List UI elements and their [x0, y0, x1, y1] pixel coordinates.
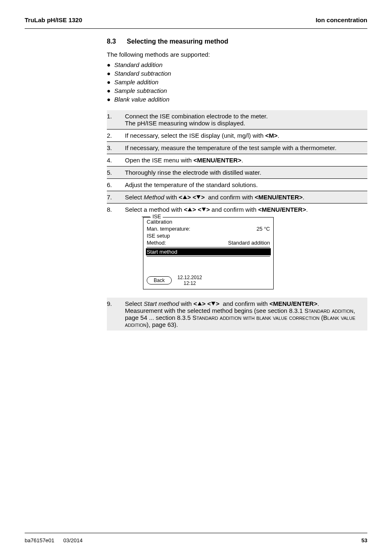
step-body: Thoroughly rinse the electrode with dist…	[125, 169, 367, 176]
main-content: 8.3 Selecting the measuring method The f…	[107, 38, 367, 331]
text: and confirm with	[221, 300, 270, 307]
step-number: 7.	[107, 194, 125, 201]
step-3: 3. If necessary, measure the temperature…	[107, 142, 367, 154]
label-method: Method	[144, 194, 164, 201]
key-down: <>	[198, 206, 210, 213]
ref: Standard addition	[304, 307, 353, 314]
ise-divider	[147, 247, 270, 247]
section-intro: The following methods are supported:	[107, 51, 367, 58]
ise-man-temp: Man. temperature:25 °C	[147, 225, 270, 232]
triangle-down-icon	[202, 208, 206, 211]
step-4: 4. Open the ISE menu with <MENU/ENTER>.	[107, 154, 367, 166]
key-m: <M>	[265, 132, 278, 139]
methods-list: Standard addition Standard subtraction S…	[107, 61, 367, 103]
key-menu-enter: <MENU/ENTER>	[194, 157, 242, 164]
ise-panel: ISE Calibration Man. temperature:25 °C I…	[143, 217, 274, 289]
list-item: Standard addition	[107, 61, 367, 68]
page-footer: ba76157e01 03/2014 53	[25, 533, 367, 543]
key-down: <>	[207, 300, 219, 307]
list-item: Standard subtraction	[107, 70, 367, 77]
text: .	[303, 194, 304, 201]
step-body: Select Method with <> <> and confirm wit…	[125, 194, 367, 201]
step-line: Connect the ISE combination electrode to…	[125, 113, 367, 120]
step-number: 6.	[107, 181, 125, 188]
list-item: Blank value addition	[107, 96, 367, 103]
text: .	[241, 157, 243, 164]
step-number: 8.	[107, 206, 125, 295]
doc-date: 03/2014	[63, 537, 83, 543]
step-9: 9. Select Start method with <> <> and co…	[107, 298, 367, 331]
text: ), page 63).	[147, 321, 178, 328]
datetime: 12.12.2012 12:12	[178, 275, 202, 287]
ise-calibration: Calibration	[147, 218, 270, 225]
text: Measurement with the selected method beg…	[125, 307, 304, 314]
list-item: Sample subtraction	[107, 87, 367, 94]
step-body: Select Start method with <> <> and confi…	[125, 300, 367, 328]
triangle-up-icon	[183, 195, 187, 199]
step-number: 9.	[107, 300, 125, 328]
legend-lead-line	[142, 217, 150, 217]
step-2: 2. If necessary, select the ISE display …	[107, 130, 367, 142]
text: (	[319, 314, 323, 321]
key-up: <>	[179, 194, 193, 201]
step-6: 6. Adjust the temperature of the standar…	[107, 179, 367, 191]
step-8: 8. Select a method with <> <> and confir…	[107, 204, 367, 298]
step-body: If necessary, measure the temperature of…	[125, 144, 367, 151]
triangle-up-icon	[188, 208, 192, 211]
ise-method: Method:Standard addition	[147, 239, 270, 246]
key-menu-enter: <MENU/ENTER>	[270, 300, 318, 307]
ise-footer: Back 12.12.2012 12:12	[147, 275, 270, 287]
step-body: If necessary, select the ISE display (un…	[125, 132, 367, 139]
key-up: <>	[194, 300, 208, 307]
step-number: 2.	[107, 132, 125, 139]
step-body: Adjust the temperature of the standard s…	[125, 181, 367, 188]
text: .	[306, 206, 308, 213]
back-button: Back	[147, 276, 172, 284]
legend-text: ISE	[152, 213, 161, 220]
section-heading: Selecting the measuring method	[127, 38, 228, 45]
list-item: Sample addition	[107, 79, 367, 86]
header-left: TruLab pH/ISE 1320	[25, 16, 82, 23]
ise-divider	[147, 256, 270, 257]
step-5: 5. Thoroughly rinse the electrode with d…	[107, 166, 367, 179]
key-up: <>	[184, 206, 198, 213]
doc-id: ba76157e01	[25, 537, 54, 543]
step-body: Connect the ISE combination electrode to…	[125, 113, 367, 127]
step-body: Open the ISE menu with <MENU/ENTER>.	[125, 157, 367, 164]
text: .	[278, 132, 279, 139]
step-number: 5.	[107, 169, 125, 176]
date: 12.12.2012	[178, 275, 202, 280]
step-7: 7. Select Method with <> <> and confirm …	[107, 191, 367, 204]
key-menu-enter: <MENU/ENTER>	[258, 206, 306, 213]
key-down: <>	[193, 194, 205, 201]
text: Select	[125, 300, 144, 307]
footer-left: ba76157e01 03/2014	[25, 537, 83, 543]
key-menu-enter: <MENU/ENTER>	[255, 194, 303, 201]
ise-start-method: Start method	[146, 248, 271, 255]
text: with	[164, 194, 179, 201]
header-right: Ion concentration	[316, 16, 367, 23]
text: Select	[125, 194, 144, 201]
step-line: The pH/ISE measuring window is displayed…	[125, 120, 367, 127]
step-body: Select a method with <> <> and confirm w…	[125, 206, 367, 295]
device-display: ISE Calibration Man. temperature:25 °C I…	[143, 217, 367, 289]
text: with	[179, 300, 194, 307]
step-number: 3.	[107, 144, 125, 151]
step-number: 4.	[107, 157, 125, 164]
triangle-down-icon	[196, 195, 201, 199]
text: If necessary, select the ISE display (un…	[125, 132, 265, 139]
page-header: TruLab pH/ISE 1320 Ion concentration	[25, 16, 367, 29]
step-number: 1.	[107, 113, 125, 127]
label-start-method: Start method	[144, 300, 179, 307]
triangle-down-icon	[211, 302, 215, 305]
section-title: 8.3 Selecting the measuring method	[107, 38, 367, 45]
time: 12:12	[178, 280, 202, 286]
text: Select a method with	[125, 206, 184, 213]
text: Open the ISE menu with	[125, 157, 194, 164]
ise-legend: ISE	[151, 213, 163, 220]
text: .	[317, 300, 319, 307]
steps-table: 1. Connect the ISE combination electrode…	[107, 110, 367, 331]
triangle-up-icon	[198, 302, 202, 305]
page-number: 53	[362, 537, 367, 543]
step-1: 1. Connect the ISE combination electrode…	[107, 110, 367, 130]
